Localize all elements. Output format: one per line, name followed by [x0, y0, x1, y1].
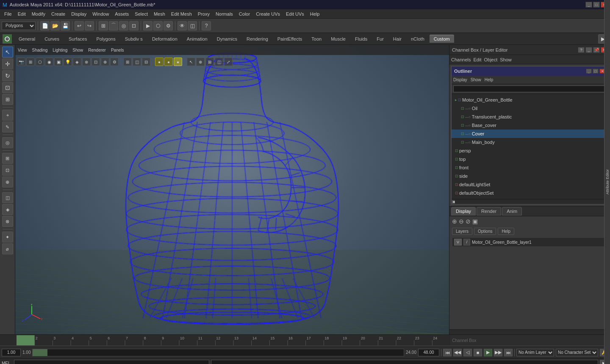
- lighting-menu[interactable]: Lighting: [53, 48, 67, 52]
- new-scene-button[interactable]: 📄: [40, 21, 50, 30]
- tab-ncloth[interactable]: nCloth: [407, 35, 429, 43]
- light-quality3-icon[interactable]: ●: [174, 58, 182, 66]
- outliner-item-persp[interactable]: ⊡persp: [452, 146, 608, 155]
- anim-end-input[interactable]: [418, 349, 439, 356]
- shading-menu[interactable]: Shading: [32, 48, 48, 52]
- anim-layer-select[interactable]: No Anim Layer: [516, 349, 554, 356]
- tab-deformation[interactable]: Deformation: [148, 35, 182, 43]
- field-chart-icon[interactable]: ◫: [133, 58, 141, 66]
- menubar-item-window[interactable]: Window: [90, 11, 111, 17]
- lights-icon[interactable]: 💡: [64, 58, 72, 66]
- display-layer-button[interactable]: ◫: [188, 21, 197, 30]
- view-menu[interactable]: View: [18, 48, 27, 52]
- outliner-hscroll-track[interactable]: [455, 200, 604, 204]
- smooth-shade-icon[interactable]: ◉: [45, 58, 53, 66]
- anim-tab[interactable]: Anim: [502, 207, 522, 215]
- isolate-icon[interactable]: ⊕: [101, 58, 109, 66]
- layer-refresh-icon[interactable]: ▣: [472, 218, 478, 225]
- grid-toggle-icon[interactable]: ⊞: [26, 58, 35, 66]
- options-sub-tab[interactable]: Options: [474, 228, 496, 235]
- menubar-item-create-uvs[interactable]: Create UVs: [253, 11, 283, 17]
- menubar-item-edit-mesh[interactable]: Edit Mesh: [169, 11, 194, 17]
- help-button[interactable]: ?: [202, 21, 211, 30]
- render-tab[interactable]: Render: [477, 207, 501, 215]
- outliner-item-translucent-plastic[interactable]: ⊡—○Translucent_plastic: [452, 113, 608, 121]
- home-icon[interactable]: [3, 34, 12, 44]
- paint-select-button[interactable]: ✎: [2, 121, 13, 132]
- outliner-item-top[interactable]: ⊡top: [452, 155, 608, 163]
- rotate-tool-button[interactable]: ↻: [2, 70, 13, 81]
- texture-icon[interactable]: ▣: [54, 58, 63, 66]
- tab-custom[interactable]: Custom: [430, 35, 454, 43]
- show-hide-button[interactable]: 👁: [177, 21, 187, 30]
- next-frame-button[interactable]: ▶▶: [494, 349, 502, 356]
- tab-painteffects[interactable]: PaintEffects: [273, 35, 307, 43]
- renderer-menu[interactable]: Renderer: [88, 48, 106, 52]
- layer-render-indicator[interactable]: /: [463, 239, 470, 245]
- outliner-minimize-button[interactable]: _: [586, 69, 592, 74]
- menubar-item-create[interactable]: Create: [49, 11, 68, 17]
- tab-polygons[interactable]: Polygons: [92, 35, 119, 43]
- show-menu[interactable]: Show: [72, 48, 83, 52]
- outliner-scroll-left-button[interactable]: ◀: [452, 200, 455, 204]
- prev-frame-button[interactable]: ◀◀: [453, 349, 462, 356]
- outliner-item-motor-oil-green-bottle[interactable]: ▸⊡Motor_Oil_Green_Bottle: [452, 96, 608, 104]
- tab-curves[interactable]: Curves: [40, 35, 64, 43]
- resolution-gate-icon[interactable]: ⊞: [123, 58, 132, 66]
- outliner-restore-button[interactable]: □: [593, 69, 599, 74]
- tab-muscle[interactable]: Muscle: [327, 35, 350, 43]
- tab-toon[interactable]: Toon: [307, 35, 326, 43]
- stop-button[interactable]: ■: [474, 349, 482, 356]
- mel-input[interactable]: [14, 360, 210, 364]
- menubar-item-color[interactable]: Color: [236, 11, 252, 17]
- node-editor-button[interactable]: ⊗: [2, 216, 13, 227]
- attribute-editor-tab[interactable]: Attribute Editor: [604, 0, 610, 364]
- snap-view-button[interactable]: ⊡: [129, 21, 139, 30]
- render-view-button[interactable]: ◫: [2, 192, 13, 203]
- layout-button[interactable]: ⊞: [2, 153, 13, 164]
- tab-surfaces[interactable]: Surfaces: [64, 35, 91, 43]
- menubar-item-display[interactable]: Display: [69, 11, 89, 17]
- viewport[interactable]: View Shading Lighting Show Renderer Pane…: [15, 45, 449, 334]
- layer-row-motor-oil-green-bottle-layer1[interactable]: V/Motor_Oil_Green_Bottle_layer1: [452, 237, 607, 247]
- timeline-canvas[interactable]: [17, 335, 450, 345]
- light-quality2-icon[interactable]: ●: [164, 58, 173, 66]
- outliner-hscrollbar[interactable]: ◀ ▶: [452, 199, 608, 204]
- overscan-icon[interactable]: ⊟: [142, 58, 150, 66]
- menubar-item-select[interactable]: Select: [132, 11, 150, 17]
- cb-tab-channels[interactable]: Channels: [451, 57, 471, 62]
- timeline-ruler[interactable]: Channel Box: [0, 334, 610, 346]
- outliner-item-base-cover[interactable]: ⊡—○Base_cover: [452, 121, 608, 130]
- outliner-item-defaultlightset[interactable]: ⊡defaultLightSet: [452, 180, 608, 189]
- next-keyframe-button[interactable]: ⏭: [504, 349, 513, 356]
- cb-tab-edit[interactable]: Edit: [473, 57, 481, 62]
- lasso-select-button[interactable]: ⌖: [2, 110, 13, 121]
- tab-fluids[interactable]: Fluids: [351, 35, 372, 43]
- display-settings-icon[interactable]: ⚙: [110, 58, 119, 66]
- menubar-item-edit[interactable]: Edit: [15, 11, 28, 17]
- snap-point-button[interactable]: ◎: [119, 21, 128, 30]
- play-forward-button[interactable]: ▶: [484, 349, 492, 356]
- outliner-item-side[interactable]: ⊡side: [452, 172, 608, 180]
- grid-button[interactable]: ⊡: [2, 165, 13, 176]
- character-set-select[interactable]: No Character Set: [556, 349, 598, 356]
- menubar-item-proxy[interactable]: Proxy: [195, 11, 212, 17]
- ao-icon[interactable]: ⊗: [82, 58, 91, 66]
- tab-animation[interactable]: Animation: [183, 35, 212, 43]
- render-settings-button[interactable]: ⚙: [164, 21, 173, 30]
- outliner-item-oil[interactable]: ⊡—○Oil: [452, 104, 608, 113]
- cb-help-icon[interactable]: ?: [578, 47, 585, 53]
- new-layer-icon[interactable]: ⊕: [452, 218, 457, 225]
- prev-keyframe-button[interactable]: ⏮: [443, 349, 452, 356]
- camera-icon[interactable]: 📷: [17, 58, 25, 66]
- scale-tool-button[interactable]: ⊡: [2, 82, 13, 93]
- menubar-item-normals[interactable]: Normals: [213, 11, 236, 17]
- cursor-icon[interactable]: ↖: [187, 58, 195, 66]
- pivot-icon[interactable]: ⊕: [196, 58, 205, 66]
- menubar-item-edit-uvs[interactable]: Edit UVs: [283, 11, 307, 17]
- cb-minimize-button[interactable]: _: [585, 47, 592, 53]
- ortho-icon[interactable]: ⊞: [205, 58, 214, 66]
- snap-curve-button[interactable]: ⌒: [109, 21, 118, 30]
- cb-tab-object[interactable]: Object: [484, 57, 497, 62]
- maximize-button[interactable]: □: [593, 2, 600, 8]
